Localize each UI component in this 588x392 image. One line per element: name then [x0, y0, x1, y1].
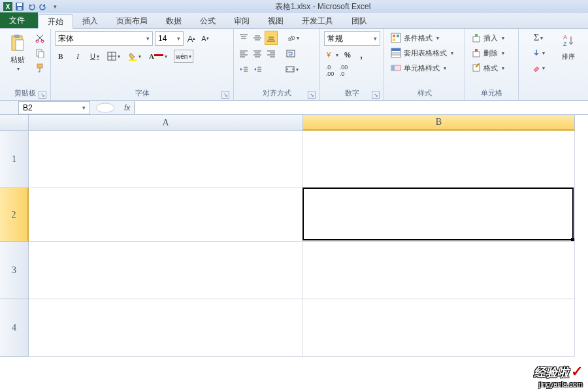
font-name-combo[interactable]: 宋体▾ — [55, 31, 153, 46]
currency-button[interactable]: ¥▾ — [324, 48, 340, 61]
name-box[interactable]: B2▾ — [18, 101, 90, 114]
number-format-combo[interactable]: 常规▾ — [324, 31, 380, 46]
bold-button[interactable]: B — [55, 50, 67, 63]
tab-insert[interactable]: 插入 — [73, 14, 107, 28]
cell[interactable] — [29, 299, 303, 357]
chevron-down-icon: ▾ — [118, 54, 120, 59]
dialog-launcher-icon[interactable]: ↘ — [372, 91, 380, 99]
format-as-table-button[interactable]: 套用表格格式▾ — [388, 46, 461, 59]
row-header[interactable]: 3 — [0, 242, 29, 299]
grow-font-button[interactable]: A▴ — [186, 32, 197, 45]
format-cells-button[interactable]: 格式▾ — [469, 61, 514, 74]
svg-rect-60 — [475, 34, 478, 37]
copy-button[interactable] — [33, 46, 46, 59]
svg-rect-17 — [154, 54, 163, 56]
tab-home[interactable]: 开始 — [38, 14, 73, 29]
merge-center-button[interactable]: ▾ — [284, 63, 300, 76]
qat-customize-icon[interactable]: ▾ — [50, 1, 60, 12]
spreadsheet-grid: AB 1234 — [0, 115, 588, 392]
tab-view[interactable]: 视图 — [259, 14, 293, 28]
select-all-corner[interactable] — [0, 115, 29, 131]
borders-button[interactable]: ▾ — [106, 50, 122, 63]
comma-button[interactable]: , — [355, 48, 367, 61]
align-bottom-button[interactable] — [265, 31, 277, 44]
shrink-font-button[interactable]: A▾ — [199, 32, 211, 45]
align-top-button[interactable] — [238, 31, 250, 44]
file-tab[interactable]: 文件▾ — [0, 12, 38, 28]
orientation-button[interactable]: ab▾ — [285, 31, 301, 44]
cell[interactable] — [29, 188, 303, 242]
cell[interactable] — [29, 131, 303, 188]
phonetic-button[interactable]: wén▾ — [174, 50, 193, 63]
svg-rect-52 — [393, 39, 395, 41]
paste-button[interactable]: 粘贴 ▾ — [4, 31, 31, 88]
fill-color-button[interactable]: ▾ — [127, 50, 142, 63]
wrap-text-button[interactable] — [285, 47, 297, 60]
align-left-button[interactable] — [238, 47, 250, 60]
increase-indent-button[interactable] — [252, 63, 263, 76]
tab-review[interactable]: 审阅 — [225, 14, 259, 28]
group-styles: 条件格式▾ 套用表格格式▾ 单元格样式▾ 样式 — [384, 29, 465, 100]
cell[interactable] — [29, 242, 303, 299]
column-header[interactable]: B — [303, 115, 575, 131]
increase-decimal-button[interactable]: .0.00 — [324, 64, 336, 77]
percent-button[interactable]: % — [342, 48, 353, 61]
dialog-launcher-icon[interactable]: ↘ — [308, 91, 316, 99]
cell[interactable] — [303, 188, 575, 242]
row-header[interactable]: 4 — [0, 299, 29, 357]
chevron-down-icon: ▾ — [336, 52, 338, 58]
row-header[interactable]: 2 — [0, 188, 29, 242]
insert-cells-button[interactable]: 插入▾ — [469, 31, 514, 44]
tab-developer[interactable]: 开发工具 — [293, 14, 342, 28]
svg-rect-63 — [473, 65, 480, 71]
sort-filter-button[interactable]: AZ 排序 — [558, 29, 579, 100]
formula-input[interactable] — [135, 101, 588, 114]
decrease-indent-button[interactable] — [238, 63, 250, 76]
row-headers: 1234 — [0, 131, 29, 357]
group-number: 常规▾ ¥▾ % , .0.00 .00.0 数字↘ — [320, 29, 384, 100]
tab-page-layout[interactable]: 页面布局 — [107, 14, 157, 28]
delete-label: 删除 — [483, 48, 498, 58]
column-header[interactable]: A — [29, 115, 303, 131]
redo-icon[interactable] — [38, 1, 48, 12]
autosum-button[interactable]: Σ▾ — [523, 31, 554, 44]
svg-point-66 — [96, 103, 114, 112]
conditional-formatting-button[interactable]: 条件格式▾ — [388, 31, 461, 44]
italic-button[interactable]: I — [72, 50, 84, 63]
fx-button[interactable]: fx — [120, 102, 135, 114]
cell[interactable] — [303, 242, 575, 299]
group-cells: 插入▾ 删除▾ 格式▾ 单元格 — [465, 29, 519, 100]
cell-styles-button[interactable]: 单元格样式▾ — [388, 61, 461, 74]
cell[interactable] — [303, 131, 575, 188]
row-header[interactable]: 1 — [0, 131, 29, 188]
clear-button[interactable]: ▾ — [523, 61, 554, 74]
align-middle-button[interactable] — [252, 31, 263, 44]
group-label: 数字↘ — [324, 88, 380, 100]
fill-button[interactable]: ▾ — [523, 46, 554, 59]
tab-formulas[interactable]: 公式 — [191, 14, 225, 28]
tab-team[interactable]: 团队 — [342, 14, 376, 28]
chevron-down-icon: ▾ — [502, 35, 504, 41]
underline-button[interactable]: U▾ — [89, 50, 101, 63]
decrease-decimal-button[interactable]: .00.0 — [338, 64, 350, 77]
align-right-button[interactable] — [265, 47, 277, 60]
svg-rect-4 — [18, 7, 22, 10]
format-painter-button[interactable] — [33, 61, 46, 74]
group-editing: Σ▾ ▾ ▾ — [519, 29, 558, 100]
tab-data[interactable]: 数据 — [157, 14, 191, 28]
delete-cells-button[interactable]: 删除▾ — [469, 46, 514, 59]
save-icon[interactable] — [14, 1, 25, 12]
dialog-launcher-icon[interactable]: ↘ — [221, 91, 229, 99]
dialog-launcher-icon[interactable]: ↘ — [39, 91, 46, 99]
ribbon: 粘贴 ▾ 剪贴板↘ 宋体▾ 14▾ A▴ A▾ B I U▾ ▾ — [0, 29, 588, 101]
undo-icon[interactable] — [26, 1, 37, 12]
cell[interactable] — [303, 299, 575, 357]
font-color-button[interactable]: A▾ — [148, 50, 169, 63]
table-format-label: 套用表格格式 — [404, 48, 447, 58]
align-center-button[interactable] — [252, 47, 263, 60]
group-font: 宋体▾ 14▾ A▴ A▾ B I U▾ ▾ ▾ A▾ wén▾ 字体↘ — [51, 29, 234, 100]
paste-icon — [7, 33, 28, 54]
cells[interactable] — [29, 131, 588, 357]
cut-button[interactable] — [33, 31, 46, 44]
font-size-combo[interactable]: 14▾ — [155, 31, 184, 46]
